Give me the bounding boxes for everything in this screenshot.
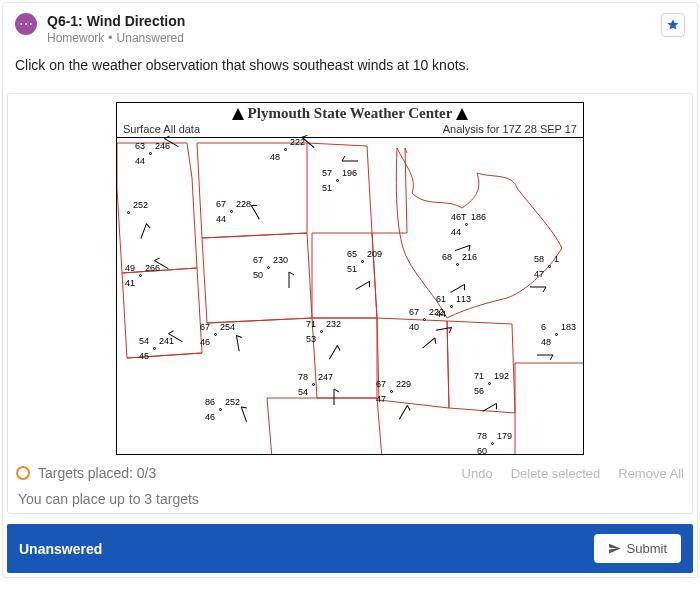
svg-line-24 bbox=[236, 335, 239, 351]
station-pressure: 232 bbox=[326, 320, 341, 329]
svg-line-32 bbox=[436, 327, 452, 330]
station-dewpoint: 54 bbox=[298, 388, 308, 397]
wind-barb-icon bbox=[413, 307, 459, 353]
map-title-row: Plymouth State Weather Center bbox=[117, 103, 583, 123]
svg-line-26 bbox=[168, 334, 182, 342]
send-icon bbox=[608, 542, 621, 555]
question-prompt: Click on the weather observation that sh… bbox=[3, 51, 697, 85]
station-dewpoint: 41 bbox=[125, 279, 135, 288]
map-sub-right: Analysis for 17Z 28 SEP 17 bbox=[443, 123, 577, 135]
svg-line-16 bbox=[451, 284, 465, 292]
station-temp: 54 bbox=[139, 337, 149, 346]
station-pressure: 179 bbox=[497, 432, 512, 441]
station-temp: 71 bbox=[306, 320, 316, 329]
target-hint: You can place up to 3 targets bbox=[16, 491, 684, 507]
bookmark-button[interactable] bbox=[661, 13, 685, 37]
remove-all-button[interactable]: Remove All bbox=[618, 466, 684, 481]
station-temp: 86 bbox=[205, 398, 215, 407]
svg-marker-0 bbox=[232, 108, 244, 120]
target-actions: Undo Delete selected Remove All bbox=[462, 466, 684, 481]
svg-line-14 bbox=[356, 281, 370, 289]
delete-selected-button[interactable]: Delete selected bbox=[511, 466, 601, 481]
target-count: Targets placed: 0/3 bbox=[38, 465, 156, 481]
target-icon bbox=[16, 466, 30, 480]
avatar: ⋯ bbox=[15, 13, 37, 35]
svg-line-40 bbox=[399, 405, 407, 419]
svg-line-38 bbox=[241, 407, 246, 422]
svg-line-2 bbox=[164, 139, 178, 147]
station-dewpoint: 45 bbox=[139, 352, 149, 361]
station-pressure: 186 bbox=[471, 213, 486, 222]
station-temp: 61 bbox=[436, 295, 446, 304]
station-dewpoint: 48 bbox=[270, 153, 280, 162]
wind-barb-icon bbox=[216, 328, 262, 374]
station-pressure: 209 bbox=[367, 250, 382, 259]
svg-line-28 bbox=[329, 345, 337, 359]
map-title: Plymouth State Weather Center bbox=[248, 105, 453, 122]
station-temp: 46T bbox=[451, 213, 467, 222]
bookmark-icon bbox=[666, 18, 680, 32]
station-pressure: 1 bbox=[554, 255, 559, 264]
svg-line-8 bbox=[251, 205, 259, 219]
station-pressure: 113 bbox=[456, 295, 471, 304]
question-card: ⋯ Q6-1: Wind Direction Homework•Unanswer… bbox=[2, 2, 698, 578]
svg-line-13 bbox=[289, 272, 294, 275]
station-dewpoint: 44 bbox=[216, 215, 226, 224]
svg-line-42 bbox=[483, 403, 497, 411]
question-title: Q6-1: Wind Direction bbox=[47, 13, 661, 29]
station-pressure: 252 bbox=[133, 201, 148, 210]
avatar-glyph: ⋯ bbox=[19, 16, 33, 32]
footer-bar: Unanswered Submit bbox=[7, 524, 693, 573]
svg-line-6 bbox=[141, 224, 146, 239]
station-dewpoint: 50 bbox=[253, 271, 263, 280]
question-header: ⋯ Q6-1: Wind Direction Homework•Unanswer… bbox=[3, 3, 697, 51]
svg-line-22 bbox=[154, 261, 168, 269]
target-bar: Targets placed: 0/3 Undo Delete selected… bbox=[16, 465, 684, 481]
svg-line-21 bbox=[543, 287, 546, 292]
title-block: Q6-1: Wind Direction Homework•Unanswered bbox=[47, 13, 661, 45]
interaction-area: Plymouth State Weather Center Surface Al… bbox=[7, 93, 693, 514]
station-temp: 67 bbox=[253, 256, 263, 265]
station-dewpoint: 44 bbox=[135, 157, 145, 166]
submit-button[interactable]: Submit bbox=[594, 534, 681, 563]
station-temp: 6 bbox=[541, 323, 546, 332]
station-temp: 65 bbox=[347, 250, 357, 259]
station-pressure: 229 bbox=[396, 380, 411, 389]
station-pressure: 254 bbox=[220, 323, 235, 332]
station-temp: 57 bbox=[322, 169, 332, 178]
svg-line-37 bbox=[334, 389, 339, 392]
meta-dot: • bbox=[108, 31, 112, 45]
station-temp: 78 bbox=[477, 432, 487, 441]
station-temp: 67 bbox=[376, 380, 386, 389]
wind-barb-icon bbox=[314, 385, 354, 425]
svg-line-4 bbox=[302, 137, 314, 147]
wind-barb-icon bbox=[269, 268, 309, 308]
station-temp: 63 bbox=[135, 142, 145, 151]
station-pressure: 230 bbox=[273, 256, 288, 265]
station-pressure: 192 bbox=[494, 372, 509, 381]
question-meta: Homework•Unanswered bbox=[47, 31, 661, 45]
station-dewpoint: 51 bbox=[322, 184, 332, 193]
wind-barb-icon bbox=[510, 267, 550, 307]
station-temp: 49 bbox=[125, 264, 135, 273]
weather-map[interactable]: Plymouth State Weather Center Surface Al… bbox=[116, 102, 584, 455]
map-container: Plymouth State Weather Center Surface Al… bbox=[16, 102, 684, 455]
target-status: Targets placed: 0/3 bbox=[16, 465, 156, 481]
submit-label: Submit bbox=[627, 541, 667, 556]
station-pressure: 247 bbox=[318, 373, 333, 382]
footer-status: Unanswered bbox=[19, 541, 102, 557]
station-temp: 58 bbox=[534, 255, 544, 264]
station-temp: 67 bbox=[216, 200, 226, 209]
wind-barb-icon bbox=[517, 335, 557, 375]
flag-icon-left bbox=[232, 108, 244, 120]
svg-marker-1 bbox=[456, 108, 468, 120]
meta-status: Unanswered bbox=[117, 31, 184, 45]
svg-line-35 bbox=[550, 355, 553, 360]
map-body: 6324644222482526722844571965167230506520… bbox=[117, 137, 583, 454]
station-temp: 78 bbox=[298, 373, 308, 382]
undo-button[interactable]: Undo bbox=[462, 466, 493, 481]
station-temp: 71 bbox=[474, 372, 484, 381]
flag-icon-right bbox=[456, 108, 468, 120]
wind-barb-icon bbox=[338, 141, 378, 181]
station-dewpoint: 46 bbox=[205, 413, 215, 422]
